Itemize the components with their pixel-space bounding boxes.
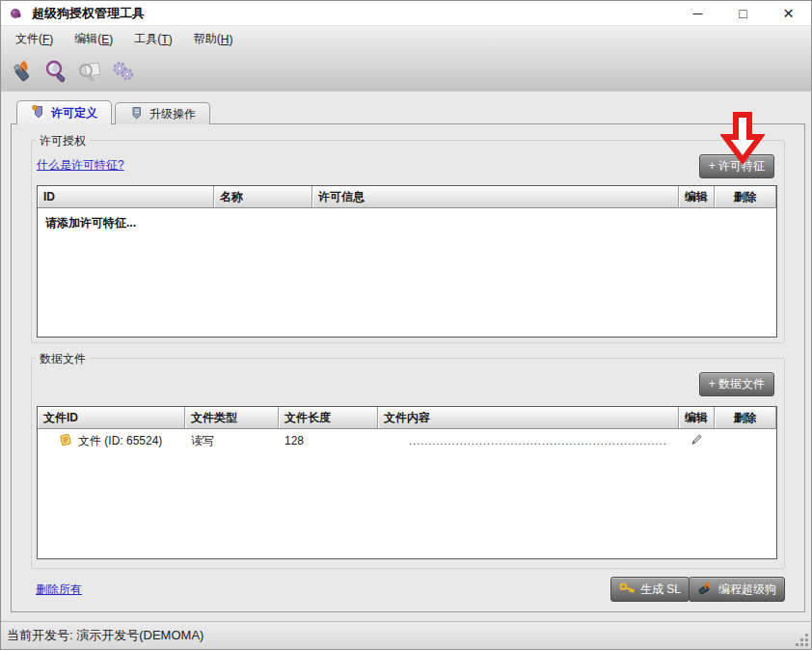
data-table-header: 文件ID 文件类型 文件长度 文件内容 编辑 删除 — [38, 407, 776, 429]
license-authorization-group: 许可授权 什么是许可特征? + 许可特征 ID 名称 许可信息 编辑 删除 请添… — [31, 140, 785, 343]
file-length-value: 128 — [279, 434, 378, 447]
maximize-icon: □ — [739, 6, 746, 21]
inspect-license-icon[interactable] — [42, 58, 69, 85]
data-file-table: 文件ID 文件类型 文件长度 文件内容 编辑 删除 — [37, 406, 777, 559]
delete-all-link[interactable]: 删除所有 — [36, 582, 82, 598]
title-bar: 超级狗授权管理工具 ─ □ × — [1, 1, 811, 26]
minimize-icon: ─ — [693, 6, 703, 21]
col-file-id: 文件ID — [38, 407, 185, 428]
resize-grip[interactable] — [796, 634, 809, 647]
current-developer-id: 当前开发号: 演示开发号(DEMOMA) — [7, 627, 203, 644]
col-edit: 编辑 — [679, 186, 715, 207]
maximize-button[interactable]: □ — [720, 1, 766, 25]
license-group-label: 许可授权 — [36, 133, 90, 149]
generate-sl-button[interactable]: 生成 SL — [610, 577, 690, 602]
col-file-edit: 编辑 — [679, 407, 715, 428]
col-file-type: 文件类型 — [185, 407, 279, 428]
menu-tools[interactable]: 工具(T) — [123, 26, 182, 52]
program-superdog-button[interactable]: 编程超级狗 — [689, 577, 785, 602]
file-content-mask: ........................................… — [409, 435, 667, 447]
col-file-delete: 删除 — [715, 407, 776, 428]
toolbar — [1, 52, 811, 91]
key-icon — [619, 582, 636, 597]
window-controls: ─ □ × — [675, 1, 811, 25]
add-data-file-button[interactable]: + 数据文件 — [699, 372, 774, 396]
what-is-license-feature-link[interactable]: 什么是许可特征? — [37, 157, 124, 174]
window-chrome: 文件(F) 编辑(E) 工具(T) 帮助(H) — [1, 26, 811, 92]
report-icon[interactable] — [76, 58, 103, 85]
data-group-label: 数据文件 — [36, 351, 90, 367]
tab-upgrade-operations[interactable]: 升级操作 — [115, 102, 210, 124]
close-button[interactable]: × — [766, 1, 811, 25]
upgrade-tab-icon — [129, 105, 144, 122]
tab-bar: 许可定义 升级操作 — [16, 100, 210, 124]
edit-file-button[interactable] — [679, 432, 715, 449]
col-license-info: 许可信息 — [312, 186, 679, 207]
dongle-flame-icon — [697, 581, 714, 599]
data-files-group: 数据文件 + 数据文件 文件ID 文件类型 文件长度 文件内容 编辑 删除 — [31, 358, 785, 569]
menu-help[interactable]: 帮助(H) — [183, 26, 244, 52]
license-table-body: 请添加许可特征... — [38, 208, 776, 337]
col-file-length: 文件长度 — [279, 407, 378, 428]
window-title: 超级狗授权管理工具 — [32, 5, 145, 22]
file-type-value: 读写 — [185, 433, 279, 449]
col-name: 名称 — [214, 186, 312, 207]
settings-gears-icon[interactable] — [110, 58, 137, 85]
minimize-button[interactable]: ─ — [675, 1, 720, 25]
col-id: ID — [38, 186, 214, 207]
license-tab-icon — [31, 104, 45, 122]
menu-file[interactable]: 文件(F) — [5, 26, 64, 52]
table-row[interactable]: 文件 (ID: 65524) 读写 128 ..................… — [38, 429, 776, 452]
empty-license-message: 请添加许可特征... — [45, 215, 136, 231]
app-window: 超级狗授权管理工具 ─ □ × 文件(F) 编辑(E) 工具(T) 帮助(H) — [0, 0, 812, 650]
col-delete: 删除 — [715, 186, 776, 207]
status-bar: 当前开发号: 演示开发号(DEMOMA) — [1, 621, 811, 649]
file-id-value: 文件 (ID: 65524) — [78, 433, 162, 449]
col-file-content: 文件内容 — [378, 407, 679, 428]
license-table-header: ID 名称 许可信息 编辑 删除 — [38, 186, 776, 208]
app-logo-icon — [9, 6, 24, 21]
menu-bar: 文件(F) 编辑(E) 工具(T) 帮助(H) — [1, 26, 811, 52]
tab-license-definition[interactable]: 许可定义 — [16, 100, 112, 124]
close-icon: × — [783, 3, 794, 24]
license-definition-panel: 许可授权 什么是许可特征? + 许可特征 ID 名称 许可信息 编辑 删除 请添… — [11, 123, 805, 612]
menu-edit[interactable]: 编辑(E) — [64, 26, 123, 52]
data-table-body: 文件 (ID: 65524) 读写 128 ..................… — [38, 429, 776, 558]
license-feature-table: ID 名称 许可信息 编辑 删除 请添加许可特征... — [37, 185, 777, 338]
program-dongle-icon[interactable] — [9, 58, 36, 85]
pencil-icon — [690, 432, 704, 449]
file-note-icon — [59, 433, 72, 449]
annotation-arrow — [720, 111, 765, 168]
